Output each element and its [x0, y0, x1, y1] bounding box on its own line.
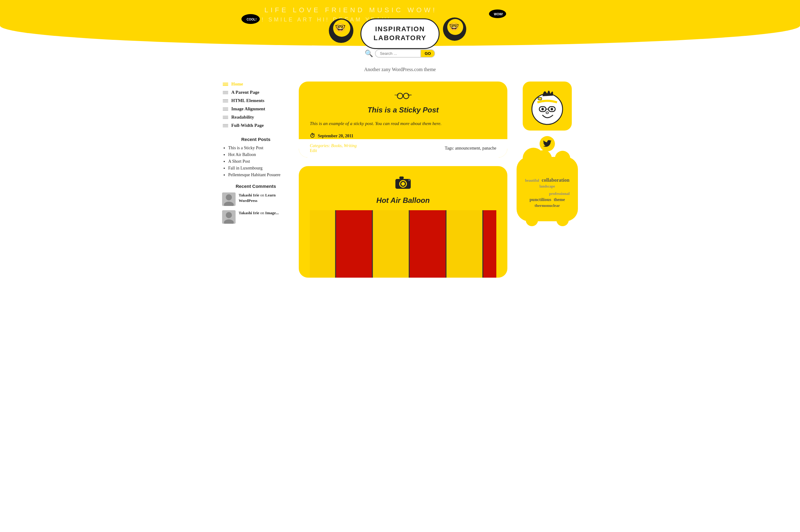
recent-posts-title: Recent Posts — [222, 137, 290, 142]
sidebar-item-html[interactable]: HTML Elements — [222, 98, 290, 103]
site-title: INSPIRATION LABORATORY — [374, 25, 426, 42]
twitter-icon[interactable] — [540, 136, 555, 151]
tag-link-announcement[interactable]: announcement — [526, 169, 568, 177]
sidebar-item-readability[interactable]: Readability — [222, 115, 290, 120]
svg-rect-44 — [399, 176, 404, 179]
clock-icon: ⏱ — [310, 133, 315, 139]
sidebar-nav: Home A Parent Page HTML Elements — [222, 81, 290, 128]
sidebar-item-home[interactable]: Home — [222, 81, 290, 87]
svg-rect-15 — [223, 91, 228, 92]
list-item[interactable]: Pellentesque Habitant Posuere — [228, 173, 290, 177]
recent-post-link[interactable]: Hot Air Balloon — [228, 152, 256, 157]
sticky-post-card: This is a Sticky Post This is an example… — [299, 81, 507, 157]
svg-rect-13 — [223, 84, 228, 84]
list-item[interactable]: This is a Sticky Post — [228, 146, 290, 150]
tag-link-beautiful[interactable]: beautiful — [525, 178, 539, 183]
tag-cloud: announcement beautiful collaboration lan… — [516, 157, 578, 221]
recent-comments-widget: Recent Comments Takashi Irie on Learn Wo… — [222, 184, 290, 224]
site-tagline: Another zany WordPress.com theme — [0, 61, 800, 75]
recent-post-link[interactable]: Fall in Luxembourg — [228, 166, 262, 170]
sidebar-right: announcement beautiful collaboration lan… — [516, 81, 578, 286]
comment-item: Takashi Irie on Image... — [222, 210, 290, 224]
svg-rect-17 — [223, 93, 228, 94]
tag-link-professional[interactable]: professional — [549, 191, 570, 196]
glasses-icon — [310, 91, 496, 102]
svg-rect-12 — [223, 83, 228, 83]
svg-point-31 — [226, 194, 232, 201]
svg-rect-36 — [395, 95, 399, 95]
tag-link-thermonuclear[interactable]: thermonuclear — [535, 203, 560, 208]
site-header: LIFE LOVE FRIEND MUSIC WOW! WOW! SMILE A… — [0, 0, 800, 61]
comment-text: Takashi Irie on Image... — [239, 210, 279, 216]
sidebar-item-image[interactable]: Image Alignment — [222, 106, 290, 112]
comment-avatar — [222, 192, 236, 206]
search-button[interactable]: GO — [421, 49, 435, 58]
nav-icon-html — [222, 99, 229, 103]
twitter-widget[interactable] — [516, 136, 578, 151]
svg-point-57 — [551, 108, 553, 110]
svg-rect-29 — [223, 127, 228, 127]
list-item[interactable]: A Short Post — [228, 159, 290, 164]
recent-post-link[interactable]: Pellentesque Habitant Posuere — [228, 173, 280, 177]
svg-rect-18 — [223, 99, 228, 100]
author-avatar — [523, 81, 572, 131]
sidebar-left: Home A Parent Page HTML Elements — [222, 81, 290, 286]
post-categories: Categories: Books, Writing Edit — [310, 144, 357, 153]
tag-link-collaboration[interactable]: collaboration — [542, 177, 570, 183]
comment-post-link[interactable]: Image... — [265, 211, 279, 215]
svg-rect-27 — [223, 124, 228, 125]
svg-point-43 — [401, 182, 405, 186]
content-area: This is a Sticky Post This is an example… — [299, 81, 507, 286]
svg-rect-20 — [223, 102, 228, 102]
post-image — [310, 210, 496, 278]
recent-comments-title: Recent Comments — [222, 184, 290, 189]
camera-icon — [310, 175, 496, 192]
svg-rect-21 — [223, 108, 228, 108]
hot-air-balloon-card: Hot Air Balloon — [299, 166, 507, 278]
svg-point-56 — [541, 108, 544, 110]
tag-link-panache[interactable]: panache — [525, 189, 547, 196]
svg-rect-16 — [223, 92, 228, 93]
comment-item: Takashi Irie on Learn WordPress — [222, 192, 290, 206]
svg-rect-24 — [223, 116, 228, 116]
svg-rect-19 — [223, 100, 228, 101]
sidebar-item-parent[interactable]: A Parent Page — [222, 90, 290, 95]
post-title[interactable]: Hot Air Balloon — [310, 196, 496, 205]
svg-rect-22 — [223, 109, 228, 109]
categories-label: Categories: Books, Writing — [310, 144, 357, 148]
svg-rect-28 — [223, 125, 228, 126]
svg-rect-40 — [407, 95, 412, 95]
main-wrapper: Home A Parent Page HTML Elements — [216, 75, 584, 292]
tag-link-landscape[interactable]: landscape — [540, 184, 555, 189]
list-item[interactable]: Fall in Luxembourg — [228, 166, 290, 171]
fullwidth-link[interactable]: Full-Width Page — [231, 123, 264, 128]
readability-link[interactable]: Readability — [231, 115, 254, 120]
html-elements-link[interactable]: HTML Elements — [231, 98, 265, 103]
nav-icon-image — [222, 107, 229, 111]
svg-rect-59 — [538, 97, 542, 100]
tag-link-theme[interactable]: theme — [554, 197, 565, 202]
svg-point-45 — [408, 179, 410, 181]
home-link[interactable]: Home — [231, 81, 243, 87]
image-alignment-link[interactable]: Image Alignment — [231, 106, 265, 112]
post-title[interactable]: This is a Sticky Post — [310, 106, 496, 114]
edit-link[interactable]: Edit — [310, 148, 317, 153]
tag-link-punctilious[interactable]: punctilious — [529, 197, 551, 202]
nav-icon-parent — [222, 90, 229, 95]
nav-icon-readability — [222, 115, 229, 119]
list-item[interactable]: Hot Air Balloon — [228, 152, 290, 157]
category-link-books[interactable]: Categories: Books, Writing — [310, 144, 357, 148]
comment-author-link[interactable]: Takashi Irie — [239, 193, 259, 197]
svg-rect-26 — [223, 118, 228, 119]
sidebar-item-fullwidth[interactable]: Full-Width Page — [222, 123, 290, 128]
parent-page-link[interactable]: A Parent Page — [231, 90, 259, 95]
recent-posts-widget: Recent Posts This is a Sticky Post Hot A… — [222, 137, 290, 177]
recent-post-link[interactable]: A Short Post — [228, 159, 250, 164]
nav-icon-home — [222, 82, 229, 87]
nav-icon-fullwidth — [222, 124, 229, 128]
recent-post-link[interactable]: This is a Sticky Post — [228, 146, 263, 150]
comment-author-link[interactable]: Takashi Irie — [239, 211, 259, 215]
comment-text: Takashi Irie on Learn WordPress — [239, 192, 290, 204]
search-input[interactable] — [375, 49, 421, 58]
recent-posts-list: This is a Sticky Post Hot Air Balloon A … — [222, 146, 290, 177]
